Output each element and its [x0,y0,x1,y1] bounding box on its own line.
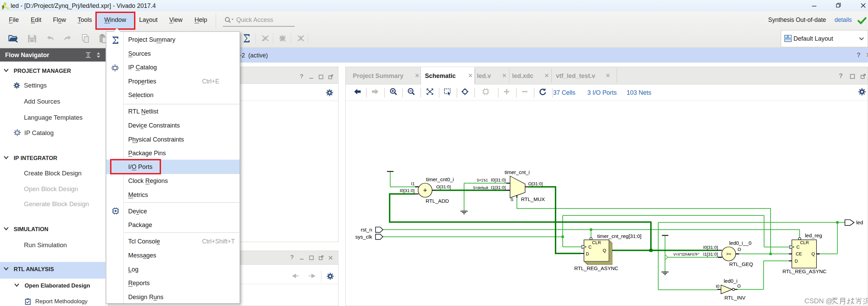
svg-text:RTL_MUX: RTL_MUX [521,196,545,202]
svg-text:S=default: S=default [473,186,488,190]
svg-text:rst_n: rst_n [361,227,372,232]
svg-text:led_reg: led_reg [805,232,822,238]
svg-text:O[31:0]: O[31:0] [528,181,543,186]
svg-text:S=1'b1: S=1'b1 [477,178,488,182]
svg-text:CLR: CLR [800,240,809,245]
svg-text:I0: I0 [716,284,720,289]
svg-text:timer_cnt_reg[31:0]: timer_cnt_reg[31:0] [597,233,641,239]
svg-text:led: led [856,219,863,225]
svg-text:I0[31:0]: I0[31:0] [703,245,718,250]
svg-text:O: O [738,247,741,252]
svg-text:D: D [586,251,589,256]
svg-text:Q: Q [811,251,815,256]
svg-text:timer_cnt_i: timer_cnt_i [505,169,530,175]
svg-text:RTL_INV: RTL_INV [724,295,745,301]
svg-text:I1[31:0]: I1[31:0] [491,185,506,190]
svg-text:I1: I1 [411,181,415,186]
svg-text:sys_clk: sys_clk [355,234,372,240]
svg-text:I1[31:0]: I1[31:0] [703,252,718,257]
svg-text:I0[31:0]: I0[31:0] [491,177,506,183]
svg-text:S: S [510,197,513,202]
svg-text:led0_i: led0_i [724,278,737,284]
svg-text:CLR: CLR [592,240,601,245]
svg-text:I0[31:0]: I0[31:0] [400,188,414,193]
svg-text:RTL_REG_ASYNC: RTL_REG_ASYNC [574,265,618,271]
svg-text:Q: Q [603,248,606,253]
svg-text:C: C [588,244,591,250]
svg-text:V=X"02FAF07F": V=X"02FAF07F" [673,252,699,256]
svg-text:RTL_REG_ASYNC: RTL_REG_ASYNC [783,268,827,274]
svg-text:CE: CE [796,251,802,256]
svg-text:RTL_ADD: RTL_ADD [426,198,449,204]
svg-text:CSDN @: CSDN @ [804,297,833,305]
svg-text:>=: >= [726,252,731,256]
svg-text:O[31:0]: O[31:0] [436,184,451,189]
svg-text:D: D [795,258,798,264]
svg-text:O: O [737,283,741,289]
svg-text:led0_i__0: led0_i__0 [729,240,751,246]
svg-text:timer_cnt0_i: timer_cnt0_i [426,176,454,182]
svg-text:RTL_GEQ: RTL_GEQ [729,261,753,267]
svg-text:C: C [797,244,800,250]
